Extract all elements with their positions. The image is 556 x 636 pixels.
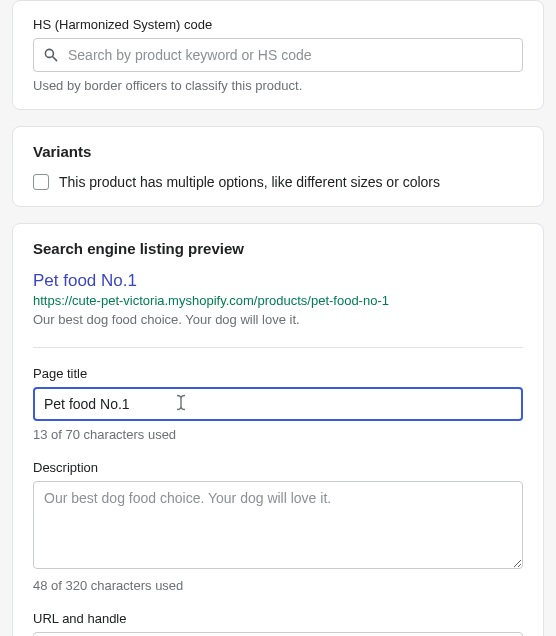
variants-heading: Variants [33, 143, 523, 160]
variants-checkbox-row[interactable]: This product has multiple options, like … [33, 174, 523, 190]
hs-code-section: HS (Harmonized System) code Used by bord… [12, 0, 544, 110]
seo-preview-block: Search engine listing preview Pet food N… [33, 240, 523, 327]
hs-code-input[interactable] [33, 38, 523, 72]
url-handle-field: URL and handle https://cute-pet-victoria… [33, 611, 523, 636]
description-textarea[interactable] [33, 481, 523, 569]
hs-code-label: HS (Harmonized System) code [33, 17, 523, 32]
seo-preview-title: Pet food No.1 [33, 271, 523, 291]
description-field: Description 48 of 320 characters used [33, 460, 523, 593]
description-label: Description [33, 460, 523, 475]
variants-section: Variants This product has multiple optio… [12, 126, 544, 207]
hs-code-help: Used by border officers to classify this… [33, 78, 523, 93]
seo-form-fields: Page title 13 of 70 characters used Desc… [33, 347, 523, 636]
page-title-field: Page title 13 of 70 characters used [33, 366, 523, 442]
seo-section: Search engine listing preview Pet food N… [12, 223, 544, 636]
hs-code-input-wrap [33, 38, 523, 72]
seo-heading: Search engine listing preview [33, 240, 523, 257]
variants-checkbox[interactable] [33, 174, 49, 190]
search-icon [43, 47, 59, 63]
seo-preview-description: Our best dog food choice. Your dog will … [33, 312, 523, 327]
variants-checkbox-label: This product has multiple options, like … [59, 174, 440, 190]
page-title-input[interactable] [33, 387, 523, 421]
description-counter: 48 of 320 characters used [33, 578, 523, 593]
url-handle-label: URL and handle [33, 611, 523, 626]
seo-preview-url: https://cute-pet-victoria.myshopify.com/… [33, 293, 523, 308]
page-title-counter: 13 of 70 characters used [33, 427, 523, 442]
page-title-input-wrap [33, 387, 523, 421]
page-title-label: Page title [33, 366, 523, 381]
url-handle-input-wrap[interactable]: https://cute-pet-victoria.myshopify.com/… [33, 632, 523, 636]
